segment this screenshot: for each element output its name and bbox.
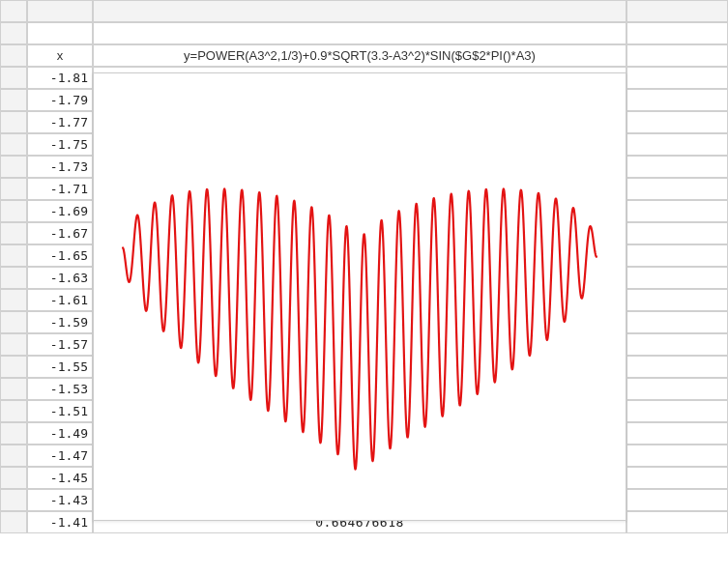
cell-extra[interactable] [626, 244, 728, 267]
corner-cell[interactable] [0, 0, 27, 22]
cell-extra[interactable] [626, 378, 728, 400]
row-header[interactable] [0, 89, 27, 111]
col-header-b[interactable] [93, 0, 626, 22]
cell-extra[interactable] [626, 422, 728, 445]
cell-x[interactable]: -1.61 [27, 289, 93, 311]
cell-x[interactable]: -1.67 [27, 222, 93, 244]
row-header[interactable] [0, 133, 27, 156]
col-header-a[interactable] [27, 0, 93, 22]
cell-extra[interactable] [626, 400, 728, 422]
row-header[interactable] [0, 333, 27, 356]
row-header[interactable] [0, 200, 27, 222]
cell-x[interactable]: -1.77 [27, 111, 93, 133]
cell-blank-c[interactable] [626, 22, 728, 44]
cell-extra[interactable] [626, 489, 728, 511]
row-header[interactable] [0, 222, 27, 244]
cell-x[interactable]: -1.79 [27, 89, 93, 111]
row-header[interactable] [0, 111, 27, 133]
cell-extra[interactable] [626, 133, 728, 156]
cell-x[interactable]: -1.41 [27, 511, 93, 533]
cell-extra[interactable] [626, 222, 728, 244]
row-header[interactable] [0, 156, 27, 178]
cell-x[interactable]: -1.75 [27, 133, 93, 156]
row-header[interactable] [0, 311, 27, 333]
row-header[interactable] [0, 356, 27, 378]
cell-extra[interactable] [626, 267, 728, 289]
row-header[interactable] [0, 244, 27, 267]
row-header[interactable] [0, 511, 27, 533]
cell-x[interactable]: -1.43 [27, 489, 93, 511]
cell-x[interactable]: -1.71 [27, 178, 93, 200]
cell-extra[interactable] [626, 89, 728, 111]
row-header-2[interactable] [0, 44, 27, 67]
cell-x[interactable]: -1.69 [27, 200, 93, 222]
row-header[interactable] [0, 422, 27, 445]
chart-line [123, 188, 597, 469]
cell-x[interactable]: -1.57 [27, 333, 93, 356]
cell-extra[interactable] [626, 67, 728, 89]
cell-extra[interactable] [626, 156, 728, 178]
row-header[interactable] [0, 400, 27, 422]
row-header[interactable] [0, 489, 27, 511]
cell-x[interactable]: -1.65 [27, 244, 93, 267]
cell-extra[interactable] [626, 333, 728, 356]
header-extra[interactable] [626, 44, 728, 67]
cell-extra[interactable] [626, 445, 728, 467]
row-header-blank[interactable] [0, 22, 27, 44]
header-y-formula[interactable]: y=POWER(A3^2,1/3)+0.9*SQRT(3.3-A3^2)*SIN… [93, 44, 626, 67]
col-header-c[interactable] [626, 0, 728, 22]
cell-x[interactable]: -1.63 [27, 267, 93, 289]
cell-x[interactable]: -1.55 [27, 356, 93, 378]
cell-x[interactable]: -1.81 [27, 67, 93, 89]
header-x[interactable]: x [27, 44, 93, 67]
cell-extra[interactable] [626, 356, 728, 378]
cell-extra[interactable] [626, 511, 728, 533]
row-header[interactable] [0, 467, 27, 489]
cell-extra[interactable] [626, 178, 728, 200]
row-header[interactable] [0, 289, 27, 311]
cell-blank-a[interactable] [27, 22, 93, 44]
row-header[interactable] [0, 267, 27, 289]
cell-x[interactable]: -1.59 [27, 311, 93, 333]
cell-x[interactable]: -1.45 [27, 467, 93, 489]
cell-extra[interactable] [626, 289, 728, 311]
cell-extra[interactable] [626, 200, 728, 222]
cell-extra[interactable] [626, 111, 728, 133]
row-header[interactable] [0, 67, 27, 89]
cell-x[interactable]: -1.47 [27, 445, 93, 467]
cell-x[interactable]: -1.49 [27, 422, 93, 445]
cell-extra[interactable] [626, 467, 728, 489]
heart-curve-chart [94, 73, 626, 520]
row-header[interactable] [0, 178, 27, 200]
row-header[interactable] [0, 378, 27, 400]
chart-container[interactable] [93, 72, 626, 521]
cell-blank-b[interactable] [93, 22, 626, 44]
cell-extra[interactable] [626, 311, 728, 333]
row-header[interactable] [0, 445, 27, 467]
cell-x[interactable]: -1.53 [27, 378, 93, 400]
cell-x[interactable]: -1.73 [27, 156, 93, 178]
cell-x[interactable]: -1.51 [27, 400, 93, 422]
